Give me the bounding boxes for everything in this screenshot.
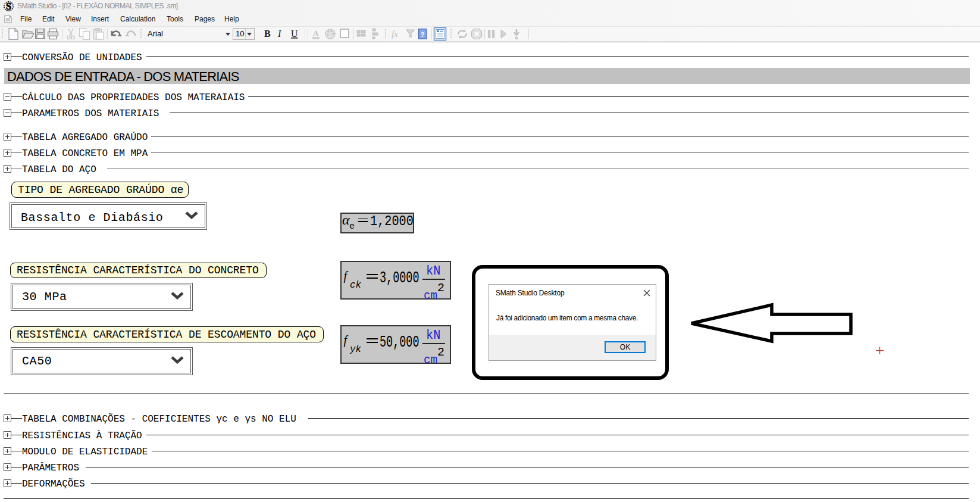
svg-text:B: B [264, 29, 271, 39]
svg-text:I: I [277, 29, 281, 39]
svg-text:Arial: Arial [148, 29, 163, 38]
svg-text:S: S [6, 1, 11, 11]
svg-text:10: 10 [236, 29, 244, 38]
svg-text:U: U [291, 29, 298, 39]
svg-text:?: ? [421, 31, 425, 38]
svg-text:A: A [313, 29, 319, 38]
svg-text:fx: fx [392, 29, 398, 39]
